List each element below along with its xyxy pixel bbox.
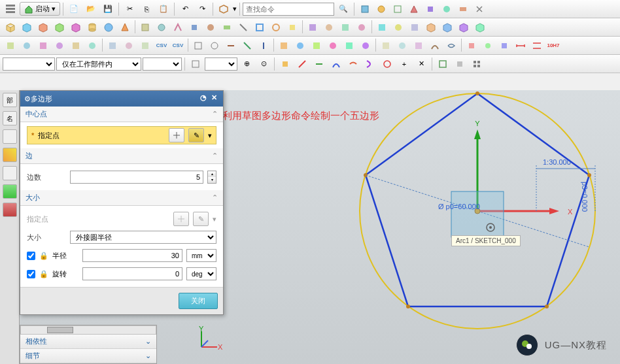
csv-icon[interactable]: CSV [154, 39, 169, 53]
wand-button[interactable]: ✎ [188, 128, 204, 142]
cylinder-icon[interactable] [84, 20, 100, 35]
point-icon[interactable]: + [396, 57, 412, 71]
tool-icon[interactable] [469, 57, 485, 71]
cut-icon[interactable]: ✂ [122, 2, 137, 16]
tool-icon[interactable] [292, 39, 308, 53]
tool-icon[interactable] [276, 39, 292, 53]
tool-icon[interactable] [374, 20, 390, 35]
tool-icon[interactable] [3, 39, 18, 53]
sides-input[interactable] [70, 171, 203, 184]
tool-icon[interactable] [439, 2, 455, 16]
tool-icon[interactable] [137, 20, 153, 35]
tool-icon[interactable] [378, 39, 394, 53]
side-tab-name[interactable]: 名 [3, 111, 17, 125]
open-icon[interactable]: 📂 [83, 2, 99, 16]
tool-icon[interactable] [341, 39, 357, 53]
tool-icon[interactable] [170, 20, 186, 35]
tool-icon[interactable] [188, 57, 203, 71]
tool-icon[interactable] [325, 39, 341, 53]
point-icon[interactable]: ✕ [413, 57, 429, 71]
tool-icon[interactable] [472, 2, 487, 16]
redo-icon[interactable]: ↷ [194, 2, 210, 16]
rotation-unit[interactable]: deg [186, 267, 216, 280]
tool-icon[interactable] [121, 39, 137, 53]
new-icon[interactable]: 📄 [66, 2, 82, 16]
tool-icon[interactable] [235, 20, 251, 35]
sides-spinner[interactable]: ▴▾ [207, 171, 216, 184]
tool-icon[interactable] [373, 2, 389, 16]
cube-icon[interactable] [19, 20, 35, 35]
tool-icon[interactable] [406, 2, 422, 16]
cube-icon[interactable] [472, 20, 488, 35]
copy-icon[interactable]: ⎘ [139, 2, 154, 16]
tool-icon[interactable] [422, 2, 438, 16]
cube-icon[interactable] [52, 20, 67, 35]
tool-icon[interactable] [480, 39, 496, 53]
arc-icon[interactable] [328, 57, 344, 71]
rotation-checkbox[interactable] [27, 270, 35, 278]
tool-icon[interactable] [435, 57, 451, 71]
dim-icon[interactable] [529, 39, 545, 53]
tool-icon[interactable] [137, 39, 153, 53]
radius-unit[interactable]: mm [186, 249, 216, 262]
radius-input[interactable] [82, 249, 182, 262]
tool-icon[interactable] [309, 39, 324, 53]
side-tab[interactable] [3, 184, 17, 199]
tool-icon[interactable] [357, 2, 373, 16]
tool-icon[interactable] [464, 39, 479, 53]
tool-icon[interactable] [354, 20, 370, 35]
tool-icon[interactable] [268, 20, 284, 35]
dim-icon[interactable] [513, 39, 528, 53]
chevron-down-icon[interactable]: ▾ [208, 131, 212, 140]
section-size[interactable]: 大小 ⌃ [20, 190, 223, 206]
section-center[interactable]: 中心点 ⌃ [20, 107, 223, 122]
scroll-thumb[interactable] [47, 327, 73, 333]
tool-icon[interactable] [252, 20, 267, 35]
tool-icon[interactable] [358, 39, 373, 53]
tool-icon[interactable] [239, 39, 255, 53]
hexagon-icon[interactable] [216, 2, 232, 16]
tool-icon[interactable] [52, 39, 67, 53]
cube-icon[interactable] [439, 20, 455, 35]
tool-icon[interactable] [219, 20, 235, 35]
start-button[interactable]: 启动 ▾ [20, 2, 60, 16]
tool-icon[interactable] [68, 39, 84, 53]
tool-icon[interactable] [427, 39, 443, 53]
line-icon[interactable] [294, 57, 310, 71]
tool-icon[interactable] [19, 39, 35, 53]
text-icon[interactable]: 10H7 [545, 39, 561, 53]
tool-icon[interactable]: ⊕ [239, 57, 254, 71]
tool-icon[interactable] [35, 39, 51, 53]
close-button[interactable]: 关闭 [179, 293, 218, 309]
tool-icon[interactable] [390, 20, 406, 35]
tool-icon[interactable] [84, 39, 100, 53]
tool-icon[interactable] [207, 39, 222, 53]
side-tab[interactable] [3, 129, 17, 144]
tool-icon[interactable] [154, 20, 169, 35]
horizontal-scrollbar[interactable] [20, 325, 156, 335]
side-tab[interactable] [3, 148, 17, 162]
tool-icon[interactable] [105, 39, 120, 53]
close-icon[interactable]: ✕ [209, 93, 219, 104]
details-panel[interactable]: 细节 ⌄ [20, 349, 156, 363]
tool-icon[interactable] [496, 39, 512, 53]
cube-icon[interactable] [35, 20, 51, 35]
tool-icon[interactable] [203, 20, 218, 35]
tool-icon[interactable] [443, 39, 459, 53]
tool-icon[interactable] [321, 20, 337, 35]
side-tab-part[interactable]: 部 [3, 93, 17, 107]
dialog-titlebar[interactable]: ⚙ 多边形 ◔ ✕ [20, 91, 223, 107]
filter-dropdown-1[interactable] [3, 58, 55, 71]
radius-checkbox[interactable] [27, 252, 35, 260]
dependency-panel[interactable]: 相依性 ⌄ [20, 335, 156, 349]
tool-icon[interactable] [256, 39, 271, 53]
tool-icon[interactable] [455, 2, 471, 16]
tool-icon[interactable] [190, 39, 206, 53]
tool-icon[interactable] [186, 20, 202, 35]
cube-icon[interactable] [456, 20, 472, 35]
csv-icon[interactable]: CSV [170, 39, 186, 53]
cone-icon[interactable] [117, 20, 133, 35]
circle-icon[interactable] [379, 57, 395, 71]
point-picker-button[interactable] [169, 128, 184, 142]
tool-icon[interactable] [223, 39, 239, 53]
